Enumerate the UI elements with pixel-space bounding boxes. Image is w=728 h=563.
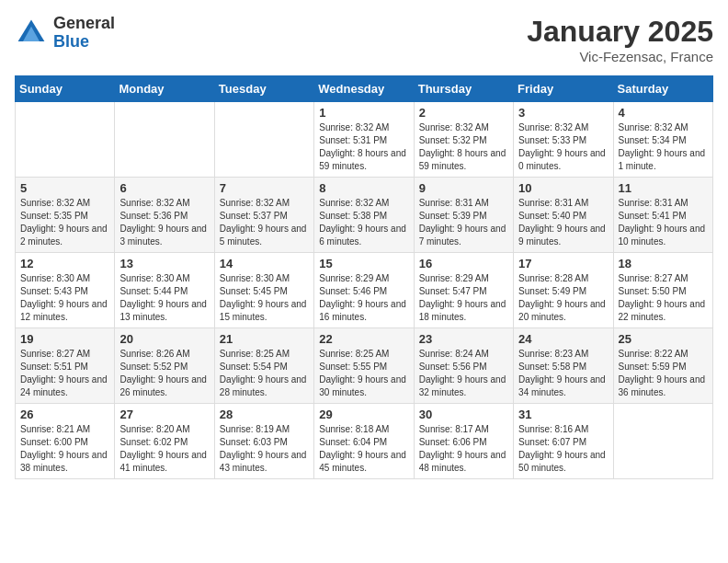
day-number: 16: [419, 257, 508, 270]
header-thursday: Thursday: [414, 76, 513, 102]
daylight-text: Daylight: 9 hours and 7 minutes.: [419, 224, 506, 247]
day-number: 29: [319, 408, 408, 421]
calendar-cell: 9Sunrise: 8:31 AMSunset: 5:39 PMDaylight…: [414, 178, 513, 253]
header-sunday: Sunday: [16, 76, 115, 102]
sunset-text: Sunset: 5:44 PM: [119, 286, 188, 296]
daylight-text: Daylight: 9 hours and 5 minutes.: [220, 224, 307, 247]
sunrise-text: Sunrise: 8:32 AM: [20, 198, 90, 208]
sunset-text: Sunset: 5:54 PM: [220, 362, 288, 372]
calendar-cell: 17Sunrise: 8:28 AMSunset: 5:49 PMDayligh…: [514, 253, 613, 328]
day-number: 15: [319, 257, 408, 270]
sunset-text: Sunset: 5:55 PM: [319, 362, 387, 372]
calendar-cell: 11Sunrise: 8:31 AMSunset: 5:41 PMDayligh…: [613, 178, 712, 253]
daylight-text: Daylight: 9 hours and 36 minutes.: [619, 374, 706, 397]
day-number: 31: [518, 408, 608, 421]
sunset-text: Sunset: 5:41 PM: [619, 211, 687, 221]
sunrise-text: Sunrise: 8:19 AM: [220, 424, 290, 434]
day-info: Sunrise: 8:29 AMSunset: 5:46 PMDaylight:…: [319, 272, 408, 324]
day-info: Sunrise: 8:32 AMSunset: 5:35 PMDaylight:…: [20, 197, 109, 248]
day-info: Sunrise: 8:17 AMSunset: 6:06 PMDaylight:…: [419, 423, 508, 475]
sunrise-text: Sunrise: 8:29 AM: [319, 273, 389, 283]
sunset-text: Sunset: 6:04 PM: [319, 437, 387, 447]
day-number: 3: [518, 106, 608, 120]
sunrise-text: Sunrise: 8:32 AM: [119, 198, 189, 208]
sunset-text: Sunset: 6:06 PM: [419, 437, 487, 447]
day-number: 12: [20, 257, 109, 270]
sunrise-text: Sunrise: 8:17 AM: [419, 424, 489, 434]
day-number: 14: [220, 257, 309, 270]
calendar-cell: 26Sunrise: 8:21 AMSunset: 6:00 PMDayligh…: [16, 404, 115, 479]
day-info: Sunrise: 8:25 AMSunset: 5:55 PMDaylight:…: [319, 348, 408, 399]
daylight-text: Daylight: 9 hours and 30 minutes.: [319, 374, 406, 397]
day-number: 9: [419, 181, 508, 195]
daylight-text: Daylight: 9 hours and 10 minutes.: [619, 224, 706, 247]
sunset-text: Sunset: 6:02 PM: [119, 437, 188, 447]
day-number: 24: [518, 332, 608, 346]
sunrise-text: Sunrise: 8:32 AM: [319, 198, 389, 208]
daylight-text: Daylight: 9 hours and 18 minutes.: [419, 299, 506, 322]
daylight-text: Daylight: 9 hours and 48 minutes.: [419, 450, 506, 473]
calendar-cell: 21Sunrise: 8:25 AMSunset: 5:54 PMDayligh…: [214, 328, 313, 404]
calendar-cell: 22Sunrise: 8:25 AMSunset: 5:55 PMDayligh…: [314, 328, 414, 404]
sunset-text: Sunset: 5:43 PM: [20, 286, 88, 296]
day-info: Sunrise: 8:21 AMSunset: 6:00 PMDaylight:…: [20, 423, 109, 475]
day-number: 19: [20, 332, 109, 346]
day-number: 2: [419, 106, 508, 120]
sunset-text: Sunset: 5:34 PM: [619, 135, 687, 145]
daylight-text: Daylight: 9 hours and 15 minutes.: [220, 299, 307, 322]
location-subtitle: Vic-Fezensac, France: [527, 49, 713, 64]
sunset-text: Sunset: 6:07 PM: [518, 437, 586, 447]
calendar-cell: 16Sunrise: 8:29 AMSunset: 5:47 PMDayligh…: [414, 253, 513, 328]
title-block: January 2025 Vic-Fezensac, France: [527, 15, 713, 64]
day-info: Sunrise: 8:16 AMSunset: 6:07 PMDaylight:…: [518, 423, 608, 475]
day-number: 6: [119, 181, 209, 195]
daylight-text: Daylight: 9 hours and 24 minutes.: [20, 374, 108, 397]
calendar-cell: [214, 102, 313, 178]
day-info: Sunrise: 8:32 AMSunset: 5:38 PMDaylight:…: [319, 197, 408, 248]
week-row-3: 12Sunrise: 8:30 AMSunset: 5:43 PMDayligh…: [16, 253, 713, 328]
sunrise-text: Sunrise: 8:22 AM: [619, 349, 688, 359]
sunrise-text: Sunrise: 8:16 AM: [518, 424, 588, 434]
sunset-text: Sunset: 5:39 PM: [419, 211, 487, 221]
daylight-text: Daylight: 9 hours and 41 minutes.: [119, 450, 207, 473]
sunset-text: Sunset: 5:31 PM: [319, 135, 387, 145]
calendar-cell: 8Sunrise: 8:32 AMSunset: 5:38 PMDaylight…: [314, 178, 414, 253]
sunset-text: Sunset: 5:52 PM: [119, 362, 188, 372]
week-row-2: 5Sunrise: 8:32 AMSunset: 5:35 PMDaylight…: [16, 178, 713, 253]
calendar-cell: 31Sunrise: 8:16 AMSunset: 6:07 PMDayligh…: [514, 404, 613, 479]
daylight-text: Daylight: 9 hours and 13 minutes.: [119, 299, 207, 322]
day-info: Sunrise: 8:18 AMSunset: 6:04 PMDaylight:…: [319, 423, 408, 475]
sunset-text: Sunset: 5:56 PM: [419, 362, 487, 372]
sunrise-text: Sunrise: 8:30 AM: [119, 273, 189, 283]
header-saturday: Saturday: [613, 76, 712, 102]
day-number: 21: [220, 332, 309, 346]
sunset-text: Sunset: 5:59 PM: [619, 362, 687, 372]
daylight-text: Daylight: 9 hours and 9 minutes.: [518, 224, 606, 247]
day-info: Sunrise: 8:19 AMSunset: 6:03 PMDaylight:…: [220, 423, 309, 475]
sunset-text: Sunset: 5:35 PM: [20, 211, 88, 221]
daylight-text: Daylight: 9 hours and 22 minutes.: [619, 299, 706, 322]
sunrise-text: Sunrise: 8:30 AM: [220, 273, 290, 283]
calendar-cell: [613, 404, 712, 479]
daylight-text: Daylight: 8 hours and 59 minutes.: [419, 148, 506, 171]
calendar-cell: 14Sunrise: 8:30 AMSunset: 5:45 PMDayligh…: [214, 253, 313, 328]
day-info: Sunrise: 8:27 AMSunset: 5:50 PMDaylight:…: [619, 272, 708, 324]
sunset-text: Sunset: 5:45 PM: [220, 286, 288, 296]
calendar-cell: 20Sunrise: 8:26 AMSunset: 5:52 PMDayligh…: [115, 328, 214, 404]
daylight-text: Daylight: 9 hours and 45 minutes.: [319, 450, 406, 473]
calendar-header: SundayMondayTuesdayWednesdayThursdayFrid…: [16, 76, 713, 102]
sunset-text: Sunset: 5:32 PM: [419, 135, 487, 145]
day-info: Sunrise: 8:30 AMSunset: 5:45 PMDaylight:…: [220, 272, 309, 324]
logo-text: General Blue: [53, 15, 115, 52]
sunset-text: Sunset: 5:51 PM: [20, 362, 88, 372]
calendar-cell: 23Sunrise: 8:24 AMSunset: 5:56 PMDayligh…: [414, 328, 513, 404]
logo-icon: [15, 17, 48, 50]
calendar-cell: [16, 102, 115, 178]
calendar-cell: 1Sunrise: 8:32 AMSunset: 5:31 PMDaylight…: [314, 102, 414, 178]
month-title: January 2025: [527, 15, 713, 49]
day-info: Sunrise: 8:32 AMSunset: 5:33 PMDaylight:…: [518, 121, 608, 173]
day-number: 23: [419, 332, 508, 346]
sunrise-text: Sunrise: 8:29 AM: [419, 273, 489, 283]
sunrise-text: Sunrise: 8:20 AM: [119, 424, 189, 434]
sunrise-text: Sunrise: 8:31 AM: [419, 198, 489, 208]
